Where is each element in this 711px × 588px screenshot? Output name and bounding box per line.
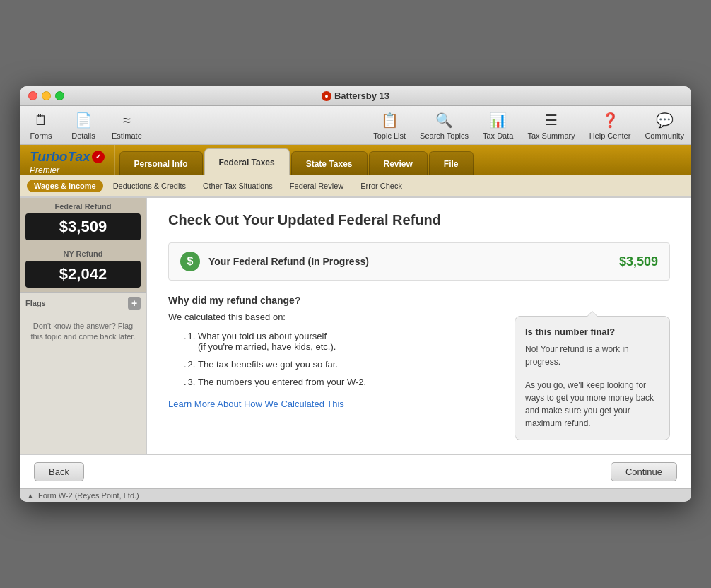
sub-tab-wages-income[interactable]: Wages & Income [27, 180, 103, 192]
toolbar-community[interactable]: 💬 Community [645, 110, 684, 140]
list-item-3: The numbers you entered from your W-2. [198, 377, 500, 387]
list-item-3-text: The numbers you entered from your W-2. [198, 377, 366, 387]
tab-review[interactable]: Review [369, 151, 428, 175]
learn-more-link[interactable]: Learn More About How We Calculated This [168, 399, 344, 409]
refund-status-icon: $ [180, 252, 200, 271]
toolbar-tax-summary[interactable]: ☰ Tax Summary [527, 110, 575, 140]
tab-federal-taxes[interactable]: Federal Taxes [204, 148, 290, 175]
why-title: Why did my refund change? [168, 295, 500, 306]
flags-add-button[interactable]: + [128, 297, 141, 310]
search-topics-icon: 🔍 [435, 110, 454, 130]
sub-tab-other-tax[interactable]: Other Tax Situations [196, 180, 280, 192]
content-area: Federal Refund $3,509 NY Refund $2,042 F… [20, 198, 691, 454]
toolbar-forms[interactable]: 🗒 Forms [27, 110, 55, 140]
page-title: Check Out Your Updated Federal Refund [168, 212, 670, 228]
topic-list-icon: 📋 [380, 110, 399, 130]
list-item-1-subtext: (if you're married, have kids, etc.). [198, 341, 336, 352]
brand-checkmark: ✓ [92, 151, 105, 163]
traffic-lights [28, 91, 64, 100]
main-window: ● Battersby 13 🗒 Forms 📄 Details ≈ Estim… [20, 86, 691, 502]
sub-nav: Wages & Income Deductions & Credits Othe… [20, 175, 691, 198]
why-intro: We calculated this based on: [168, 312, 500, 322]
toolbar-details[interactable]: 📄 Details [69, 110, 98, 140]
details-icon: 📄 [74, 110, 93, 130]
sub-tab-federal-review[interactable]: Federal Review [283, 180, 351, 192]
close-button[interactable] [28, 91, 37, 100]
list-item-1: What you told us about yourself (if you'… [198, 331, 500, 352]
flags-header: Flags + [25, 297, 141, 310]
list-item-2-text: The tax benefits we got you so far. [198, 359, 338, 370]
why-list: What you told us about yourself (if you'… [182, 331, 500, 387]
back-button[interactable]: Back [34, 462, 84, 481]
community-icon: 💬 [654, 110, 674, 130]
help-center-label: Help Center [589, 131, 631, 140]
why-section: Why did my refund change? We calculated … [168, 295, 670, 440]
flags-label: Flags [25, 299, 46, 307]
ny-refund-box: NY Refund $2,042 [20, 245, 146, 293]
federal-refund-box: Federal Refund $3,509 [20, 198, 146, 245]
federal-refund-label: Federal Refund [25, 202, 141, 211]
help-center-icon: ❓ [600, 110, 620, 130]
ny-refund-amount: $2,042 [25, 261, 141, 288]
tooltip-title: Is this number final? [525, 327, 659, 337]
tooltip-text-1: No! Your refund is a work in progress. [525, 343, 659, 368]
ny-refund-label: NY Refund [25, 249, 141, 258]
flags-text: Don't know the answer? Flag this topic a… [25, 314, 141, 350]
details-label: Details [71, 131, 95, 140]
search-topics-label: Search Topics [420, 131, 469, 140]
status-bar-icon: ▲ [27, 492, 34, 500]
list-item-2: The tax benefits we got you so far. [198, 359, 500, 370]
sidebar: Federal Refund $3,509 NY Refund $2,042 F… [20, 198, 147, 454]
tab-state-taxes[interactable]: State Taxes [291, 151, 368, 175]
title-icon: ● [322, 91, 331, 101]
toolbar: 🗒 Forms 📄 Details ≈ Estimate 📋 Topic Lis… [20, 106, 691, 145]
community-label: Community [645, 131, 684, 140]
estimate-icon: ≈ [117, 110, 136, 130]
tax-summary-icon: ☰ [541, 110, 561, 130]
toolbar-estimate[interactable]: ≈ Estimate [112, 110, 142, 140]
toolbar-tax-data[interactable]: 📊 Tax Data [483, 110, 513, 140]
status-bar: ▲ Form W-2 (Reyes Point, Ltd.) [20, 488, 691, 502]
estimate-label: Estimate [112, 131, 142, 140]
tooltip-box: Is this number final? No! Your refund is… [515, 316, 670, 440]
toolbar-search-topics[interactable]: 🔍 Search Topics [420, 110, 469, 140]
toolbar-help-center[interactable]: ❓ Help Center [589, 110, 631, 140]
federal-refund-amount: $3,509 [25, 213, 141, 240]
main-content: Check Out Your Updated Federal Refund $ … [147, 198, 691, 454]
tooltip-text-2: As you go, we'll keep looking for ways t… [525, 379, 659, 430]
refund-status-row: $ Your Federal Refund (In Progress) $3,5… [168, 242, 670, 281]
footer-bar: Back Continue [20, 454, 691, 488]
nav-tabs: Personal Info Federal Taxes State Taxes … [115, 145, 691, 175]
list-item-1-text: What you told us about yourself [198, 331, 327, 341]
sub-tab-error-check[interactable]: Error Check [353, 180, 409, 192]
toolbar-right: 📋 Topic List 🔍 Search Topics 📊 Tax Data … [373, 110, 684, 140]
tax-summary-label: Tax Summary [527, 131, 575, 140]
status-bar-text: Form W-2 (Reyes Point, Ltd.) [38, 491, 139, 500]
maximize-button[interactable] [55, 91, 64, 100]
minimize-button[interactable] [42, 91, 51, 100]
brand-subtitle: Premier [30, 165, 105, 175]
brand-logo: TurboTax ✓ [30, 149, 105, 165]
tab-personal-info[interactable]: Personal Info [119, 151, 203, 175]
refund-status-amount: $3,509 [619, 254, 658, 269]
toolbar-topic-list[interactable]: 📋 Topic List [373, 110, 406, 140]
continue-button[interactable]: Continue [611, 462, 677, 481]
brand-name: TurboTax [30, 149, 90, 165]
forms-label: Forms [30, 131, 52, 140]
flags-box: Flags + Don't know the answer? Flag this… [20, 293, 146, 354]
forms-icon: 🗒 [31, 110, 51, 130]
topic-list-label: Topic List [373, 131, 406, 140]
tax-data-icon: 📊 [488, 110, 508, 130]
tax-data-label: Tax Data [483, 131, 513, 140]
refund-status-label: Your Federal Refund (In Progress) [208, 256, 369, 267]
window-title: ● Battersby 13 [322, 90, 389, 101]
brand-area: TurboTax ✓ Premier [20, 145, 115, 175]
tab-file[interactable]: File [429, 151, 474, 175]
title-bar: ● Battersby 13 [20, 86, 691, 106]
sub-tab-deductions-credits[interactable]: Deductions & Credits [106, 180, 193, 192]
why-main: Why did my refund change? We calculated … [168, 295, 500, 440]
